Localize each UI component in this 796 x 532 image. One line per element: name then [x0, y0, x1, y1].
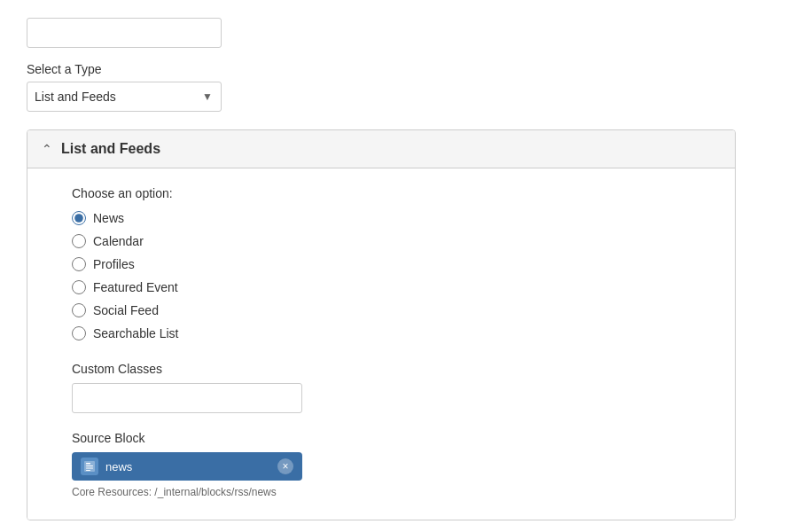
radio-item-searchable-list[interactable]: Searchable List — [72, 326, 708, 340]
radio-label-featured-event: Featured Event — [93, 280, 178, 294]
radio-news[interactable] — [72, 211, 86, 225]
select-type-label: Select a Type — [27, 62, 769, 76]
accordion-body: Choose an option: News Calendar Profiles… — [27, 168, 735, 520]
select-type-wrapper: List and Feeds Content Block Media Form … — [27, 82, 222, 112]
radio-calendar[interactable] — [72, 234, 86, 248]
source-block-pill-left: news — [81, 458, 132, 475]
radio-item-news[interactable]: News — [72, 211, 708, 225]
radio-item-featured-event[interactable]: Featured Event — [72, 280, 708, 294]
radio-item-calendar[interactable]: Calendar — [72, 234, 708, 248]
core-resources-text: Core Resources: /_internal/blocks/rss/ne… — [72, 486, 708, 498]
accordion-chevron-icon: ⌃ — [42, 142, 52, 156]
radio-item-social-feed[interactable]: Social Feed — [72, 303, 708, 317]
svg-rect-1 — [86, 463, 90, 465]
svg-rect-3 — [86, 468, 93, 469]
source-block-remove-button[interactable]: × — [277, 458, 293, 474]
radio-group: News Calendar Profiles Featured Event So… — [72, 211, 708, 340]
radio-social-feed[interactable] — [72, 303, 86, 317]
radio-label-calendar: Calendar — [93, 234, 144, 248]
radio-label-searchable-list: Searchable List — [93, 326, 179, 340]
custom-classes-input[interactable] — [72, 383, 302, 413]
news-icon — [81, 458, 98, 475]
source-block-pill-text: news — [105, 460, 132, 473]
accordion-title: List and Feeds — [61, 141, 160, 157]
radio-searchable-list[interactable] — [72, 326, 86, 340]
select-type-dropdown[interactable]: List and Feeds Content Block Media Form — [27, 82, 222, 112]
custom-classes-label: Custom Classes — [72, 362, 708, 376]
radio-profiles[interactable] — [72, 257, 86, 271]
top-text-input[interactable] — [27, 18, 222, 48]
radio-featured-event[interactable] — [72, 280, 86, 294]
choose-option-label: Choose an option: — [72, 186, 708, 200]
accordion-header[interactable]: ⌃ List and Feeds — [27, 130, 735, 168]
source-block-pill: news × — [72, 452, 302, 481]
svg-rect-2 — [86, 466, 93, 466]
radio-label-news: News — [93, 211, 124, 225]
radio-item-profiles[interactable]: Profiles — [72, 257, 708, 271]
accordion-list-and-feeds: ⌃ List and Feeds Choose an option: News … — [27, 129, 736, 520]
svg-rect-4 — [86, 470, 90, 471]
source-block-label: Source Block — [72, 431, 708, 445]
radio-label-social-feed: Social Feed — [93, 303, 159, 317]
radio-label-profiles: Profiles — [93, 257, 135, 271]
